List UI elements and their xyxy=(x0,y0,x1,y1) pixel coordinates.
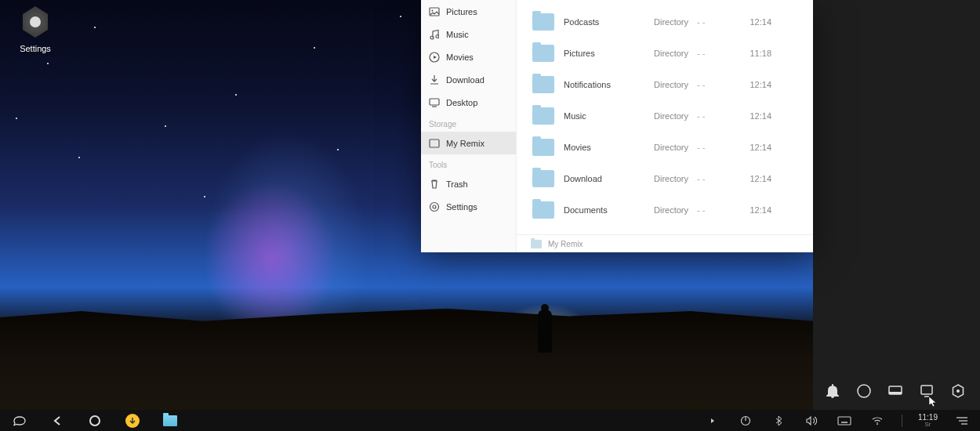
sidebar-item-label: Download xyxy=(446,75,485,85)
file-manager-window: PicturesMusicMoviesDownloadDesktop Stora… xyxy=(421,0,813,252)
file-name: Download xyxy=(564,174,654,183)
sidebar-item-music[interactable]: Music xyxy=(421,23,516,45)
svg-rect-5 xyxy=(430,99,439,105)
svg-point-3 xyxy=(436,34,439,38)
volume-icon[interactable] xyxy=(803,412,820,429)
folder-icon xyxy=(532,139,554,156)
sidebar-item-label: My Remix xyxy=(446,139,485,148)
file-size: - - xyxy=(697,80,740,89)
keyboard-icon[interactable] xyxy=(836,412,853,429)
bluetooth-icon[interactable] xyxy=(770,412,787,429)
sidebar-item-label: Trash xyxy=(446,179,468,189)
image-icon xyxy=(429,6,440,17)
sidebar-section-storage: Storage xyxy=(421,114,516,132)
settings-gear-icon[interactable] xyxy=(950,383,966,399)
svg-point-2 xyxy=(430,36,434,39)
sidebar-item-label: Settings xyxy=(446,202,477,212)
star xyxy=(400,16,401,17)
file-time: 12:14 xyxy=(740,17,771,27)
sidebar-item-download[interactable]: Download xyxy=(421,68,516,91)
sidebar-item-movies[interactable]: Movies xyxy=(421,45,516,68)
star xyxy=(94,27,96,28)
home-button[interactable] xyxy=(86,412,103,429)
sidebar-item-pictures[interactable]: Pictures xyxy=(421,0,516,23)
file-row[interactable]: Ringtones Directory - - 12:14 xyxy=(532,0,797,6)
display-icon[interactable] xyxy=(919,383,935,399)
file-name: Movies xyxy=(564,143,654,152)
start-button[interactable] xyxy=(11,412,28,429)
file-row[interactable]: Notifications Directory - - 12:14 xyxy=(532,69,797,100)
sidebar-item-settings[interactable]: Settings xyxy=(421,195,516,218)
file-name: Documents xyxy=(564,205,654,215)
sidebar-item-my-remix[interactable]: My Remix xyxy=(421,132,516,154)
sidebar-item-trash[interactable]: Trash xyxy=(421,172,516,195)
file-manager-content: Ringtones Directory - - 12:14 Podcasts D… xyxy=(517,0,813,252)
folder-icon xyxy=(532,170,554,187)
tray-expand-icon[interactable] xyxy=(704,412,721,429)
screen-icon[interactable] xyxy=(887,383,903,399)
file-type: Directory xyxy=(654,174,697,183)
notifications-icon[interactable] xyxy=(825,383,840,399)
star xyxy=(16,118,17,119)
file-type: Directory xyxy=(654,111,697,121)
folder-icon xyxy=(532,13,554,31)
back-button[interactable] xyxy=(49,412,66,429)
taskbar-clock[interactable]: 11:19 Sr xyxy=(918,413,938,429)
taskbar-divider xyxy=(902,415,902,427)
file-name: Music xyxy=(564,111,654,121)
file-row[interactable]: Movies Directory - - 12:14 xyxy=(532,132,797,163)
gear-icon xyxy=(20,6,51,38)
star xyxy=(78,157,80,158)
video-icon xyxy=(429,52,440,63)
file-name: Notifications xyxy=(564,80,654,89)
menu-icon[interactable] xyxy=(953,412,971,429)
download-icon xyxy=(429,74,440,85)
wifi-icon[interactable] xyxy=(869,412,886,429)
file-size: - - xyxy=(697,143,740,152)
file-name: Pictures xyxy=(564,49,654,58)
svg-rect-13 xyxy=(921,386,932,394)
sidebar-item-desktop[interactable]: Desktop xyxy=(421,91,516,114)
file-row[interactable]: Download Directory - - 12:14 xyxy=(532,163,797,194)
taskbar-app-downloads[interactable] xyxy=(124,412,141,429)
trash-icon xyxy=(429,179,440,190)
sidebar-item-label: Music xyxy=(446,30,469,39)
file-size: - - xyxy=(697,49,740,58)
file-size: - - xyxy=(697,205,740,215)
desktop-settings-icon[interactable]: Settings xyxy=(16,6,55,55)
star xyxy=(235,94,237,96)
file-name: Podcasts xyxy=(564,17,654,27)
svg-point-9 xyxy=(433,205,436,208)
clock-sub: Sr xyxy=(918,422,938,429)
taskbar-app-files[interactable] xyxy=(162,412,179,429)
sidebar-section-tools: Tools xyxy=(421,154,516,172)
file-time: 11:18 xyxy=(740,49,771,58)
file-row[interactable]: Documents Directory - - 12:14 xyxy=(532,194,797,226)
star xyxy=(314,47,315,49)
file-size: - - xyxy=(697,174,740,183)
folder-icon xyxy=(532,45,554,62)
svg-point-16 xyxy=(956,389,960,393)
file-row[interactable]: Pictures Directory - - 11:18 xyxy=(532,38,797,69)
svg-point-10 xyxy=(858,385,870,397)
star xyxy=(47,63,49,64)
disk-icon xyxy=(429,138,440,149)
svg-point-1 xyxy=(432,9,434,11)
star xyxy=(337,149,339,150)
file-size: - - xyxy=(697,17,740,27)
file-row[interactable]: Music Directory - - 12:14 xyxy=(532,100,797,132)
file-time: 12:14 xyxy=(740,143,771,152)
file-row[interactable]: Podcasts Directory - - 12:14 xyxy=(532,6,797,38)
clock-time: 11:19 xyxy=(918,413,938,422)
folder-icon xyxy=(531,240,542,248)
power-icon[interactable] xyxy=(737,412,754,429)
file-list[interactable]: Ringtones Directory - - 12:14 Podcasts D… xyxy=(517,0,813,234)
file-time: 12:14 xyxy=(740,174,771,183)
file-type: Directory xyxy=(654,17,697,27)
path-bar[interactable]: My Remix xyxy=(517,234,813,252)
file-manager-sidebar: PicturesMusicMoviesDownloadDesktop Stora… xyxy=(421,0,517,252)
circle-icon[interactable] xyxy=(856,383,872,399)
svg-point-26 xyxy=(877,423,878,425)
path-text: My Remix xyxy=(548,240,583,248)
file-time: 12:14 xyxy=(740,80,771,89)
